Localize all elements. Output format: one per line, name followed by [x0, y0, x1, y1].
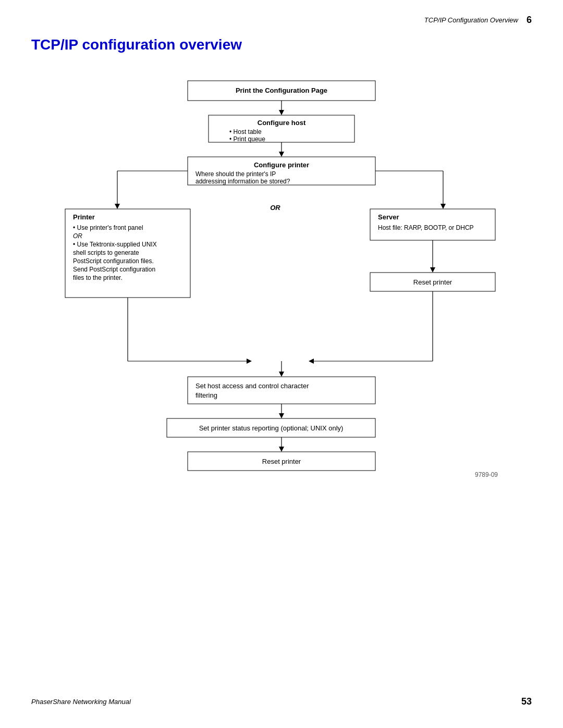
- svg-text:Print the Configuration Page: Print the Configuration Page: [236, 87, 327, 94]
- svg-text:filtering: filtering: [195, 391, 217, 399]
- svg-text:Reset printer: Reset printer: [262, 458, 301, 465]
- svg-marker-39: [247, 359, 252, 364]
- svg-text:files to the printer.: files to the printer.: [73, 274, 123, 281]
- svg-marker-44: [279, 372, 284, 377]
- flowchart-diagram: Print the Configuration Page Configure h…: [31, 76, 532, 492]
- svg-text:Printer: Printer: [73, 213, 95, 221]
- svg-text:Set printer status reporting (: Set printer status reporting (optional; …: [199, 424, 344, 432]
- svg-text:• Host table: • Host table: [229, 128, 262, 135]
- svg-text:• Use printer's front panel: • Use printer's front panel: [73, 224, 143, 231]
- svg-text:OR: OR: [270, 204, 280, 212]
- svg-marker-3: [279, 110, 284, 115]
- page-footer: PhaserShare Networking Manual 53: [0, 696, 563, 707]
- page-title: TCP/IP configuration overview: [31, 36, 242, 53]
- svg-text:Configure host: Configure host: [258, 119, 306, 127]
- svg-text:addressing information be stor: addressing information be stored?: [195, 178, 290, 185]
- svg-text:Reset printer: Reset printer: [413, 278, 452, 286]
- svg-text:Where should the printer's IP: Where should the printer's IP: [195, 170, 276, 178]
- svg-marker-19: [440, 204, 446, 209]
- svg-rect-45: [188, 377, 375, 404]
- svg-text:Set host access and control ch: Set host access and control character: [195, 382, 309, 390]
- svg-text:Server: Server: [378, 213, 399, 221]
- svg-text:OR: OR: [73, 232, 82, 240]
- footer-manual-name: PhaserShare Networking Manual: [31, 698, 131, 706]
- svg-marker-16: [115, 204, 120, 209]
- svg-text:Send PostScript configuration: Send PostScript configuration: [73, 266, 155, 273]
- header-title: TCP/IP Configuration Overview: [424, 16, 518, 24]
- header-page-number: 6: [527, 15, 532, 26]
- svg-text:Configure printer: Configure printer: [254, 161, 309, 169]
- svg-marker-42: [309, 359, 314, 364]
- svg-text:• Use Tektronix-supplied UNIX: • Use Tektronix-supplied UNIX: [73, 241, 157, 248]
- page-header: TCP/IP Configuration Overview 6: [424, 15, 532, 26]
- svg-marker-49: [279, 413, 284, 418]
- svg-text:PostScript configuration files: PostScript configuration files.: [73, 257, 154, 265]
- svg-marker-9: [279, 152, 284, 157]
- svg-text:• Print queue: • Print queue: [229, 135, 265, 143]
- svg-text:Host file: RARP, BOOTP, or DHC: Host file: RARP, BOOTP, or DHCP: [378, 224, 474, 231]
- svg-marker-34: [430, 267, 435, 273]
- footer-page-number: 53: [521, 696, 532, 707]
- svg-text:9789-09: 9789-09: [475, 471, 498, 478]
- svg-text:shell scripts to generate: shell scripts to generate: [73, 249, 139, 256]
- svg-marker-53: [279, 447, 284, 452]
